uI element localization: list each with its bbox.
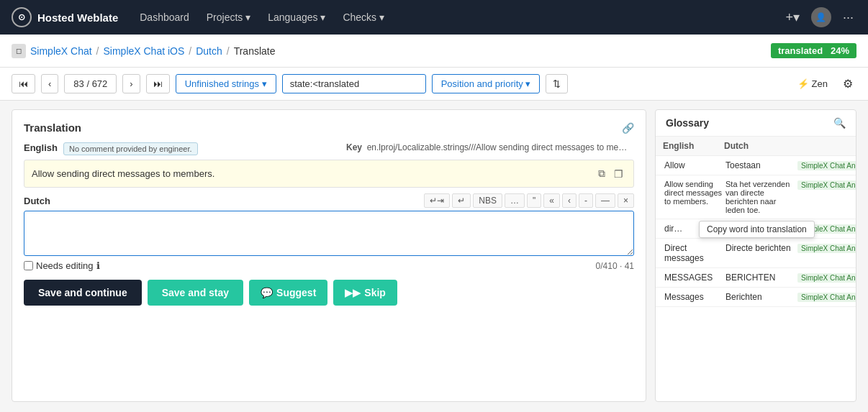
settings-button[interactable]: ⚙	[839, 73, 856, 94]
source-text-actions: ⧉ ❐	[595, 166, 626, 181]
glossary-row: Direct messages Directe berichten Simple…	[656, 239, 856, 268]
sort-button[interactable]: ⇅	[546, 74, 568, 93]
navbar: ⊙ Hosted Weblate Dashboard Projects ▾ La…	[0, 0, 868, 35]
skip-icon: ▶▶	[345, 287, 361, 298]
breadcrumb: ◻ SimpleX Chat / SimpleX Chat iOS / Dutc…	[12, 44, 276, 58]
glossary-english-5: Messages	[663, 292, 724, 302]
skip-button[interactable]: ▶▶ Skip	[333, 280, 397, 306]
next-page-button[interactable]: ›	[122, 74, 140, 93]
english-row: English No comment provided by engineer.…	[24, 142, 634, 155]
breadcrumb-project[interactable]: SimpleX Chat	[30, 45, 92, 57]
glossary-row: Messages Berichten SimpleX Chat Android	[656, 288, 856, 307]
glossary-dutch-0: Toestaan	[724, 160, 796, 170]
comment-badge: No comment provided by engineer.	[63, 142, 198, 155]
needs-editing-checkbox[interactable]	[24, 261, 33, 270]
key-text: Key en.lproj/Localizable.strings///Allow…	[346, 142, 634, 152]
nav-languages[interactable]: Languages ▾	[261, 0, 333, 35]
fmt-btn-3[interactable]: …	[505, 193, 525, 208]
breadcrumb-language[interactable]: Dutch	[196, 45, 222, 57]
fmt-btn-9[interactable]: ×	[618, 193, 634, 208]
key-value: en.lproj/Localizable.strings///Allow sen…	[367, 142, 634, 152]
char-count: 0/410 · 41	[596, 261, 634, 271]
zen-button[interactable]: ⚡ Zen	[792, 75, 833, 93]
copy2-source-button[interactable]: ❐	[611, 166, 626, 181]
brand-name: Hosted Weblate	[37, 12, 118, 24]
glossary-table: Allow Toestaan SimpleX Chat Android Allo…	[656, 156, 856, 401]
glossary-english-4: MESSAGES	[663, 273, 724, 283]
copy-source-button[interactable]: ⧉	[595, 166, 608, 181]
dutch-label-row: Dutch ↵⇥ ↵ NBS … " « ‹ - — ×	[24, 193, 634, 208]
glossary-row: Allow sending direct messages to members…	[656, 175, 856, 219]
sep2: /	[189, 45, 191, 57]
translated-badge: translated 24%	[771, 43, 856, 58]
glossary-dutch-5: Berichten	[724, 292, 796, 302]
key-label: Key	[346, 142, 362, 152]
col-english: English	[663, 141, 724, 151]
toolbar-right: ⚡ Zen ⚙	[792, 73, 856, 94]
filter-input[interactable]	[282, 74, 426, 93]
breadcrumb-bar: ◻ SimpleX Chat / SimpleX Chat iOS / Dutc…	[0, 35, 868, 68]
more-button[interactable]: ···	[840, 7, 856, 28]
needs-editing-row: Needs editing ℹ 0/410 · 41	[24, 260, 634, 271]
action-buttons: Save and continue Save and stay 💬 Sugges…	[24, 280, 634, 306]
fmt-btn-7[interactable]: -	[579, 193, 593, 208]
glossary-row: Allow Toestaan SimpleX Chat Android	[656, 156, 856, 175]
nav-right: +▾ 👤 ···	[782, 6, 856, 28]
prev-page-button[interactable]: ‹	[41, 74, 58, 93]
glossary-col-header: English Dutch	[656, 137, 856, 156]
last-page-button[interactable]: ⏭	[146, 74, 170, 93]
priority-button[interactable]: Position and priority ▾	[432, 74, 541, 93]
glossary-row: dir… Copy word into translation SimpleX …	[656, 219, 856, 239]
fmt-btn-0[interactable]: ↵⇥	[424, 193, 450, 208]
format-buttons: ↵⇥ ↵ NBS … " « ‹ - — ×	[424, 193, 634, 208]
glossary-search-icon[interactable]: 🔍	[833, 117, 846, 129]
needs-editing-label: Needs editing	[36, 260, 94, 271]
sep1: /	[96, 45, 99, 57]
zen-icon: ⚡	[797, 78, 809, 89]
glossary-dutch-3: Directe berichten	[724, 243, 796, 253]
glossary-badge-5: SimpleX Chat Android	[796, 292, 856, 302]
fmt-btn-1[interactable]: ↵	[452, 193, 471, 208]
breadcrumb-project-icon: ◻	[12, 44, 26, 58]
glossary-badge-4: SimpleX Chat Android	[796, 273, 856, 283]
source-text: Allow sending direct messages to members…	[32, 168, 595, 179]
glossary-badge-1: SimpleX Chat Android	[796, 180, 856, 190]
translation-textarea[interactable]	[24, 211, 634, 256]
first-page-button[interactable]: ⏮	[12, 74, 35, 93]
add-button[interactable]: +▾	[782, 6, 803, 28]
glossary-title: Glossary	[666, 117, 709, 129]
glossary-english-3: Direct messages	[663, 243, 724, 263]
nav-links: Dashboard Projects ▾ Languages ▾ Checks …	[132, 0, 768, 35]
fmt-btn-6[interactable]: ‹	[562, 193, 577, 208]
avatar[interactable]: 👤	[811, 7, 831, 27]
glossary-dutch-4: BERICHTEN	[724, 273, 796, 283]
filter-strings-button[interactable]: Unfinished strings ▾	[176, 74, 276, 93]
panel-header: Translation 🔗	[24, 122, 634, 134]
breadcrumb-component[interactable]: SimpleX Chat iOS	[103, 45, 184, 57]
english-label: English	[24, 142, 58, 153]
link-icon[interactable]: 🔗	[622, 122, 634, 134]
translated-pct: 24%	[831, 45, 849, 56]
nav-checks[interactable]: Checks ▾	[335, 0, 392, 35]
tooltip: Copy word into translation	[699, 221, 815, 238]
fmt-btn-8[interactable]: —	[595, 193, 615, 208]
toolbar: ⏮ ‹ 83 / 672 › ⏭ Unfinished strings ▾ Po…	[0, 68, 868, 101]
col-dutch: Dutch	[724, 141, 796, 151]
glossary-header: Glossary 🔍	[656, 110, 856, 137]
main-content: Translation 🔗 English No comment provide…	[0, 101, 868, 411]
nav-dashboard[interactable]: Dashboard	[132, 0, 196, 35]
suggest-icon: 💬	[261, 287, 273, 298]
fmt-btn-5[interactable]: «	[543, 193, 560, 208]
fmt-btn-4[interactable]: "	[527, 193, 541, 208]
fmt-btn-2[interactable]: NBS	[473, 193, 502, 208]
save-continue-button[interactable]: Save and continue	[24, 280, 142, 306]
glossary-dutch-1: Sta het verzenden van directe berichten …	[724, 180, 796, 214]
suggest-button[interactable]: 💬 Suggest	[249, 280, 327, 306]
col-project	[796, 141, 849, 151]
nav-projects[interactable]: Projects ▾	[199, 0, 258, 35]
glossary-english-0: Allow	[663, 160, 724, 170]
panel-title-text: Translation	[24, 122, 81, 134]
save-stay-button[interactable]: Save and stay	[148, 280, 243, 306]
breadcrumb-action: Translate	[234, 45, 276, 57]
sep3: /	[227, 45, 230, 57]
